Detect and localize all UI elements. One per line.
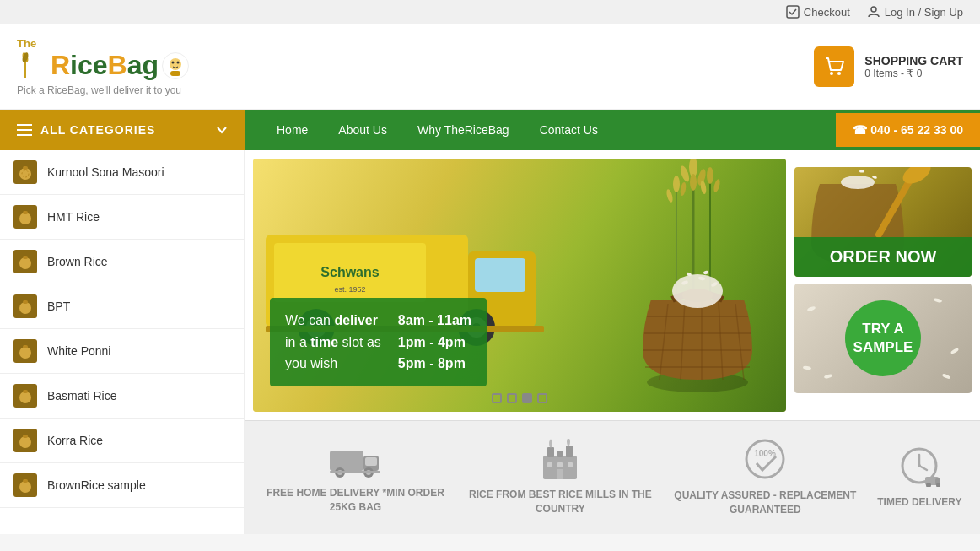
svg-point-7 — [177, 61, 180, 63]
svg-rect-99 — [557, 462, 563, 467]
cart-count: 0 Items - ₹ 0 — [864, 68, 963, 79]
feature-quality-text: QUALITY ASSURED - REPLACEMENT GUARANTEED — [672, 489, 858, 517]
truck-icon — [330, 440, 380, 478]
try-sample-circle[interactable]: TRY A SAMPLE — [845, 300, 921, 376]
try-sample-line2: SAMPLE — [853, 338, 913, 357]
svg-rect-18 — [23, 211, 28, 214]
svg-rect-46 — [475, 258, 525, 292]
svg-point-74 — [841, 176, 875, 189]
svg-point-29 — [19, 481, 31, 493]
svg-point-43 — [713, 178, 721, 192]
svg-point-78 — [859, 170, 864, 173]
time-slot-2: 1pm - 4pm — [398, 332, 471, 354]
delivery-times: 8am - 11am 1pm - 4pm 5pm - 8pm — [398, 310, 471, 375]
svg-point-102 — [746, 440, 783, 478]
svg-rect-97 — [566, 446, 573, 457]
feature-delivery: FREE HOME DELIVERY *MIN ORDER 25KG BAG — [262, 440, 448, 515]
svg-point-81 — [934, 298, 943, 303]
order-now-box[interactable]: ORDER NOW — [794, 167, 972, 277]
rice-bag-icon-6 — [13, 384, 37, 408]
sidebar-item-brown[interactable]: Brown Rice — [0, 240, 244, 284]
deliver-text2: in a — [285, 335, 310, 349]
sidebar-item-korra[interactable]: Korra Rice — [0, 419, 244, 463]
nav-about[interactable]: About Us — [323, 111, 402, 149]
svg-rect-20 — [23, 256, 28, 259]
svg-point-6 — [172, 61, 175, 63]
dot-2[interactable] — [507, 393, 517, 403]
phone-box[interactable]: ☎ 040 - 65 22 33 00 — [836, 113, 980, 147]
svg-rect-101 — [557, 469, 563, 479]
svg-point-35 — [690, 174, 697, 191]
svg-rect-86 — [330, 451, 363, 471]
sidebar-item-korra-label: Korra Rice — [47, 434, 103, 447]
rice-bag-icon-7 — [13, 429, 37, 452]
rice-bag-icon-8 — [13, 473, 37, 497]
feature-mills-text: RICE FROM BEST RICE MILLS IN THE COUNTRY — [467, 488, 653, 516]
nav-home[interactable]: Home — [261, 111, 323, 149]
cart-icon-box[interactable] — [814, 46, 854, 87]
logo-tagline: Pick a RiceBag, we'll deliver it to you — [17, 84, 194, 96]
logo-area: The RiceBag — [17, 37, 194, 96]
factory-icon — [539, 439, 581, 479]
right-panel: ORDER NOW — [794, 159, 972, 412]
svg-point-82 — [950, 348, 960, 354]
svg-rect-8 — [170, 71, 180, 76]
svg-point-21 — [19, 302, 31, 314]
logo[interactable]: The RiceBag — [17, 37, 194, 81]
svg-point-84 — [824, 374, 833, 379]
deliver-bold1: deliver — [334, 313, 378, 327]
time-slot-3: 5pm - 8pm — [398, 353, 471, 375]
hamburger-icon — [17, 124, 32, 136]
nav-contact[interactable]: Contact Us — [525, 111, 613, 149]
svg-point-40 — [665, 188, 674, 203]
sidebar-item-bpt[interactable]: BPT — [0, 284, 244, 329]
dot-4[interactable] — [537, 393, 547, 403]
svg-point-17 — [19, 213, 31, 224]
dot-1[interactable] — [492, 393, 502, 403]
sidebar-item-basmati-label: Basmati Rice — [47, 389, 116, 402]
feature-delivery-text: FREE HOME DELIVERY *MIN ORDER 25KG BAG — [262, 486, 448, 515]
rice-plant-icon — [17, 51, 47, 81]
nav-links: Home About Us Why TheRiceBag Contact Us — [245, 111, 836, 149]
svg-point-80 — [807, 305, 816, 311]
svg-rect-100 — [568, 462, 573, 467]
all-categories-button[interactable]: ALL CATEGORIES — [0, 110, 245, 150]
svg-point-39 — [707, 167, 713, 184]
svg-point-41 — [680, 182, 687, 197]
sidebar-item-ponni-label: White Ponni — [47, 344, 110, 358]
phone-number: ☎ 040 - 65 22 33 00 — [853, 123, 963, 137]
content-area: Schwans est. 1952 — [245, 150, 980, 534]
svg-rect-12 — [17, 129, 32, 131]
main-content: Kurnool Sona Masoori HMT Rice Brown Rice… — [0, 150, 980, 534]
delivery-info: We can deliver in a time slot as you wis… — [270, 298, 487, 386]
sidebar-item-brownrice-sample-label: BrownRice sample — [47, 478, 146, 492]
burlap-bag-svg — [626, 249, 769, 392]
time-slot-1: 8am - 11am — [398, 310, 471, 332]
sidebar-item-ponni[interactable]: White Ponni — [0, 329, 244, 374]
svg-rect-0 — [787, 6, 799, 18]
feature-mills: RICE FROM BEST RICE MILLS IN THE COUNTRY — [467, 439, 653, 516]
quality-icon: 100% — [744, 438, 786, 480]
dot-3[interactable] — [522, 393, 532, 403]
sidebar-item-basmati[interactable]: Basmati Rice — [0, 374, 244, 419]
cart-title: SHOPPING CART — [864, 54, 963, 68]
checkout-link[interactable]: Checkout — [786, 5, 850, 19]
sidebar-item-hmt[interactable]: HMT Rice — [0, 195, 244, 240]
svg-point-9 — [830, 72, 833, 75]
rice-bag-illustration — [626, 249, 769, 395]
cart-area[interactable]: SHOPPING CART 0 Items - ₹ 0 — [814, 46, 963, 87]
feature-quality: 100% QUALITY ASSURED - REPLACEMENT GUARA… — [672, 438, 858, 517]
cart-info: SHOPPING CART 0 Items - ₹ 0 — [864, 54, 963, 79]
svg-text:est. 1952: est. 1952 — [334, 285, 365, 294]
try-sample-box[interactable]: TRY A SAMPLE — [794, 284, 972, 393]
sidebar-item-kurnool[interactable]: Kurnool Sona Masoori — [0, 150, 244, 195]
login-link[interactable]: Log In / Sign Up — [867, 5, 963, 19]
rice-bag-icon-4 — [13, 294, 37, 318]
nav-why[interactable]: Why TheRiceBag — [402, 111, 525, 149]
rice-bag-icon-3 — [13, 250, 37, 273]
svg-point-79 — [872, 176, 878, 180]
sidebar-item-kurnool-label: Kurnool Sona Masoori — [47, 165, 164, 179]
svg-point-1 — [871, 7, 876, 12]
svg-point-23 — [19, 347, 31, 359]
sidebar-item-brownrice-sample[interactable]: BrownRice sample — [0, 463, 244, 508]
